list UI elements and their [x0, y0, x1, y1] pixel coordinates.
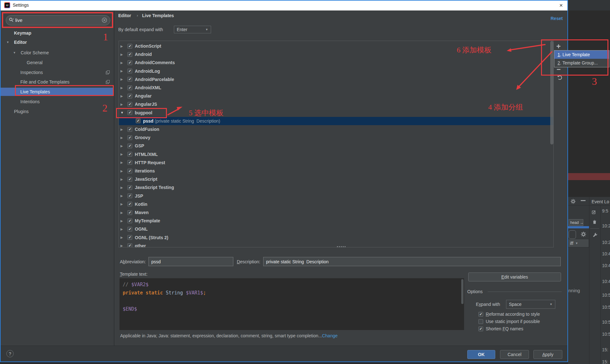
expand-arrow-icon[interactable]: ▶ — [120, 186, 123, 189]
checkbox-checked[interactable]: ✓ — [127, 60, 132, 65]
checkbox-checked[interactable]: ✓ — [127, 243, 132, 247]
template-row-http-request[interactable]: ▶✓HTTP Request — [119, 158, 553, 167]
checkbox-checked[interactable]: ✓ — [127, 202, 132, 206]
template-row-mytemplate[interactable]: ▶✓MyTemplate — [119, 217, 553, 225]
reset-link[interactable]: Reset — [551, 16, 563, 21]
checkbox-checked[interactable]: ✓ — [478, 327, 483, 331]
editor-scrollbar[interactable] — [461, 279, 463, 304]
checkbox-checked[interactable]: ✓ — [127, 69, 132, 73]
template-row-coldfusion[interactable]: ▶✓ColdFusion — [119, 125, 553, 133]
checkbox-checked[interactable]: ✓ — [127, 169, 132, 173]
option-use-static-import-if-possible[interactable]: Use static import if possible — [478, 319, 540, 324]
template-row-ognl[interactable]: ▶✓OGNL — [119, 225, 553, 233]
checkbox-unchecked[interactable] — [478, 319, 483, 324]
template-row-gsp[interactable]: ▶✓GSP — [119, 142, 553, 150]
gear-icon[interactable] — [581, 232, 586, 238]
template-row-javascript[interactable]: ▶✓JavaScript — [119, 175, 553, 183]
template-row-html-xml[interactable]: ▶✓HTML/XML — [119, 150, 553, 158]
splitter-grip[interactable] — [337, 246, 346, 248]
option-shorten-fq-names[interactable]: ✓Shorten FQ names — [478, 326, 523, 331]
expand-arrow-icon[interactable]: ▶ — [120, 219, 123, 223]
template-row-pssd[interactable]: ✓pssd (private static String Description… — [119, 117, 553, 125]
expand-arrow-icon[interactable]: ▶ — [120, 194, 123, 198]
breadcrumb[interactable]: Editor — [118, 13, 131, 18]
checkbox-checked[interactable]: ✓ — [127, 77, 132, 82]
ok-button[interactable]: OK — [467, 350, 495, 359]
expand-arrow-icon[interactable]: ▶ — [120, 61, 123, 64]
expand-arrow-icon[interactable]: ▶ — [120, 161, 123, 164]
expand-arrow-icon[interactable]: ▶ — [120, 144, 123, 148]
expand-arrow-icon[interactable]: ▼ — [13, 51, 16, 54]
expand-arrow-icon[interactable]: ▶ — [120, 86, 123, 90]
template-row-kotlin[interactable]: ▶✓Kotlin — [119, 200, 553, 208]
background-search-field[interactable] — [569, 230, 576, 239]
expand-with-select[interactable]: Space ▼ — [506, 300, 555, 309]
template-row-javascript-testing[interactable]: ▶✓JavaScript Testing — [119, 183, 553, 192]
sidebar-item-general[interactable]: General — [1, 58, 114, 67]
background-filter-dropdown[interactable]: iff ▼ — [568, 239, 589, 247]
template-row-androidcomments[interactable]: ▶✓AndroidComments — [119, 58, 553, 67]
checkbox-checked[interactable]: ✓ — [127, 135, 132, 140]
checklist-icon[interactable] — [592, 210, 596, 216]
expand-arrow-icon[interactable]: ▶ — [120, 202, 123, 206]
sidebar-item-inspections[interactable]: Inspections — [1, 68, 114, 77]
checkbox-checked[interactable]: ✓ — [127, 160, 132, 165]
expand-arrow-icon[interactable]: ▶ — [120, 78, 123, 81]
expand-arrow-icon[interactable]: ▶ — [120, 178, 123, 181]
template-row-angular[interactable]: ▶✓Angular — [119, 92, 553, 100]
expand-default-select[interactable]: Enter ▼ — [174, 26, 211, 33]
checkbox-checked[interactable]: ✓ — [127, 210, 132, 215]
gear-icon[interactable] — [571, 199, 576, 205]
checkbox-checked[interactable]: ✓ — [127, 227, 132, 232]
expand-arrow-icon[interactable]: ▶ — [120, 94, 123, 98]
sidebar-item-plugins[interactable]: Plugins — [1, 107, 114, 116]
expand-arrow-icon[interactable]: ▶ — [120, 44, 123, 48]
sidebar-item-intentions[interactable]: Intentions — [1, 98, 114, 106]
expand-arrow-icon[interactable]: ▶ — [120, 211, 123, 214]
expand-arrow-icon[interactable]: ▶ — [120, 169, 123, 173]
checkbox-checked[interactable]: ✓ — [127, 127, 132, 132]
sidebar-item-editor[interactable]: ▼Editor — [1, 38, 114, 46]
checkbox-checked[interactable]: ✓ — [127, 193, 132, 198]
help-button[interactable]: ? — [6, 350, 14, 357]
checkbox-checked[interactable]: ✓ — [127, 52, 132, 57]
checkbox-checked[interactable]: ✓ — [478, 312, 483, 317]
abbreviation-field[interactable]: pssd — [148, 257, 233, 266]
template-row-other[interactable]: ▶✓other — [119, 242, 553, 247]
template-row-groovy[interactable]: ▶✓Groovy — [119, 133, 553, 142]
expand-arrow-icon[interactable]: ▶ — [120, 69, 123, 73]
expand-arrow-icon[interactable]: ▶ — [120, 236, 123, 239]
background-editor-tab[interactable]: head →* — [569, 219, 583, 226]
sidebar-item-keymap[interactable]: Keymap — [1, 29, 114, 37]
checkbox-checked[interactable]: ✓ — [127, 152, 132, 157]
minimize-icon[interactable] — [581, 200, 586, 201]
expand-arrow-icon[interactable]: ▶ — [120, 227, 123, 231]
checkbox-checked[interactable]: ✓ — [127, 85, 132, 90]
expand-arrow-icon[interactable]: ▶ — [120, 53, 123, 56]
expand-arrow-icon[interactable]: ▶ — [120, 244, 123, 247]
checkbox-checked[interactable]: ✓ — [127, 219, 132, 223]
option-reformat-according-to-style[interactable]: ✓Reformat according to style — [478, 312, 540, 317]
template-text-editor[interactable]: // $VAR2$private static String $VAR1$; $… — [120, 278, 464, 330]
apply-button[interactable]: Apply — [533, 350, 562, 359]
expand-arrow-icon[interactable]: ▶ — [120, 103, 123, 106]
template-row-iterations[interactable]: ▶✓iterations — [119, 167, 553, 175]
close-icon[interactable]: × — [557, 2, 565, 9]
sidebar-item-color-scheme[interactable]: ▼Color Scheme — [1, 49, 114, 57]
checkbox-checked[interactable]: ✓ — [127, 235, 132, 240]
expand-arrow-icon[interactable]: ▶ — [120, 152, 123, 156]
checkbox-checked[interactable]: ✓ — [127, 44, 132, 49]
expand-arrow-icon[interactable]: ▶ — [120, 136, 123, 139]
expand-arrow-icon[interactable]: ▶ — [120, 128, 123, 131]
trash-icon[interactable] — [592, 219, 597, 226]
checkbox-checked[interactable]: ✓ — [136, 118, 141, 123]
expand-arrow-icon[interactable]: ▼ — [6, 41, 9, 44]
cancel-button[interactable]: Cancel — [500, 350, 529, 359]
checkbox-checked[interactable]: ✓ — [127, 102, 132, 107]
checkbox-checked[interactable]: ✓ — [127, 177, 132, 182]
template-row-androidparcelable[interactable]: ▶✓AndroidParcelable — [119, 75, 553, 84]
template-row-maven[interactable]: ▶✓Maven — [119, 208, 553, 217]
template-row-ognl-struts-2[interactable]: ▶✓OGNL (Struts 2) — [119, 233, 553, 242]
change-link[interactable]: Change — [322, 333, 338, 338]
template-row-jsp[interactable]: ▶✓JSP — [119, 192, 553, 200]
